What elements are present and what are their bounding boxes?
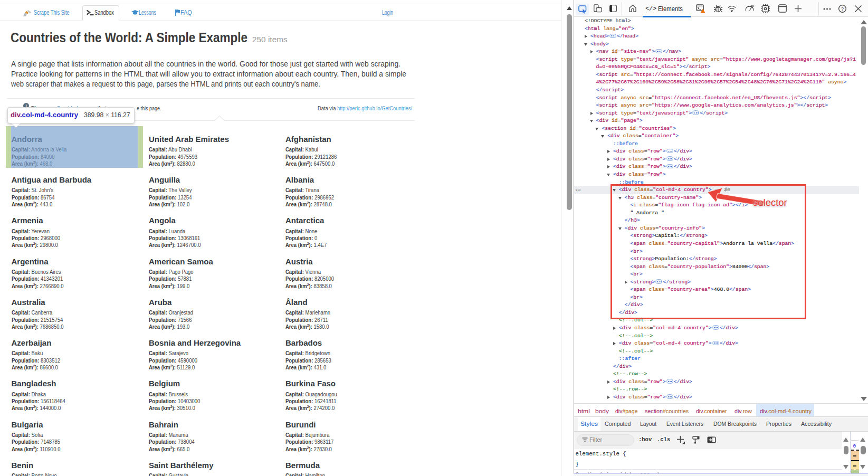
svg-text:?: ? — [841, 6, 844, 12]
